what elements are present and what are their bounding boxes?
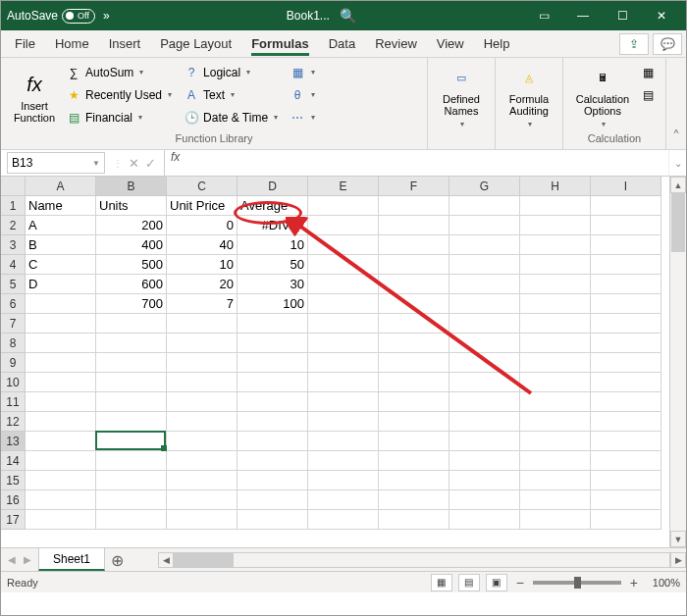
cell[interactable] [26,471,96,490]
row-header[interactable]: 16 [1,490,26,510]
cell[interactable]: D [26,275,96,294]
column-header[interactable]: C [167,177,238,196]
zoom-out-button[interactable]: − [513,575,527,590]
cell[interactable] [308,432,379,451]
enter-icon[interactable]: ✓ [145,156,156,171]
defined-names-button[interactable]: ▭ Defined Names ▾ [434,61,489,132]
tab-insert[interactable]: Insert [99,30,151,57]
cell[interactable] [238,334,308,353]
cell[interactable] [26,314,96,334]
calculate-sheet-button[interactable]: ▤ [636,83,660,106]
cell[interactable] [591,353,661,373]
row-header[interactable]: 1 [1,196,26,216]
cell[interactable] [167,510,238,530]
normal-view-button[interactable]: ▦ [431,574,452,591]
cell[interactable] [96,490,167,510]
row-header[interactable]: 3 [1,235,26,255]
cell[interactable] [308,412,379,432]
cell[interactable] [591,275,661,294]
cell[interactable] [96,392,167,412]
math-button[interactable]: θ▾ [286,83,319,106]
cell[interactable] [308,294,379,314]
cell[interactable] [379,353,449,373]
cell[interactable] [96,373,167,392]
zoom-slider[interactable] [533,581,621,585]
cell[interactable] [379,373,449,392]
scrollbar-thumb[interactable] [175,553,234,567]
close-button[interactable]: ✕ [643,1,680,30]
cell[interactable] [449,314,520,334]
cell[interactable] [379,412,449,432]
cell[interactable] [520,294,591,314]
row-header[interactable]: 14 [1,451,26,471]
cell[interactable] [308,196,379,216]
cell[interactable] [449,392,520,412]
cell[interactable] [167,392,238,412]
cell[interactable] [96,471,167,490]
cell[interactable] [449,334,520,353]
cell[interactable] [449,353,520,373]
cell[interactable] [26,334,96,353]
row-header[interactable]: 10 [1,373,26,392]
cell[interactable] [308,314,379,334]
cell[interactable] [520,432,591,451]
cell[interactable]: 10 [167,255,238,275]
cell[interactable] [96,451,167,471]
cell[interactable] [167,373,238,392]
logical-button[interactable]: ? Logical ▾ [180,61,282,83]
insert-function-button[interactable]: fx Insert Function [7,61,62,132]
name-box[interactable]: B13 ▼ [7,152,105,174]
cell[interactable] [379,196,449,216]
search-icon[interactable]: 🔍 [340,8,356,24]
row-header[interactable]: 7 [1,314,26,334]
cell[interactable] [449,216,520,235]
cell[interactable] [308,392,379,412]
cell[interactable] [379,510,449,530]
cell[interactable] [26,353,96,373]
cell[interactable] [26,490,96,510]
cell[interactable] [449,294,520,314]
cell[interactable]: 600 [96,275,167,294]
chevron-down-icon[interactable]: ▼ [92,159,100,168]
page-layout-view-button[interactable]: ▤ [458,574,480,591]
cell[interactable] [379,294,449,314]
maximize-button[interactable]: ☐ [604,1,641,30]
text-button[interactable]: A Text ▾ [180,83,282,106]
cell[interactable] [379,314,449,334]
tab-view[interactable]: View [427,30,474,57]
cell[interactable] [167,471,238,490]
cell[interactable] [591,334,661,353]
cell[interactable] [520,373,591,392]
row-header[interactable]: 17 [1,510,26,530]
zoom-level[interactable]: 100% [653,577,680,589]
collapse-ribbon-icon[interactable]: ˄ [666,58,686,149]
cell[interactable] [520,510,591,530]
cell[interactable] [96,510,167,530]
select-all-corner[interactable] [1,177,26,196]
cancel-icon[interactable]: ✕ [129,156,139,171]
cell[interactable]: 400 [96,235,167,255]
cell[interactable] [238,412,308,432]
sheet-tab-sheet1[interactable]: Sheet1 [38,547,105,571]
cell[interactable] [96,412,167,432]
cell[interactable] [591,510,661,530]
cell[interactable] [520,490,591,510]
cell[interactable] [379,392,449,412]
cell[interactable] [591,373,661,392]
ribbon-display-button[interactable]: ▭ [525,1,562,30]
cell[interactable] [379,255,449,275]
lookup-button[interactable]: ▦▾ [286,61,319,83]
cell[interactable] [449,432,520,451]
cell[interactable] [96,432,167,451]
column-header[interactable]: F [379,177,449,196]
cell[interactable] [520,314,591,334]
cell[interactable] [520,412,591,432]
cell[interactable] [167,314,238,334]
cell[interactable] [308,510,379,530]
expand-formula-bar-icon[interactable]: ⌄ [668,150,686,176]
row-header[interactable]: 15 [1,471,26,490]
column-header[interactable]: G [449,177,520,196]
cell[interactable] [96,334,167,353]
scroll-left-icon[interactable]: ◀ [158,552,174,568]
cell[interactable] [379,471,449,490]
